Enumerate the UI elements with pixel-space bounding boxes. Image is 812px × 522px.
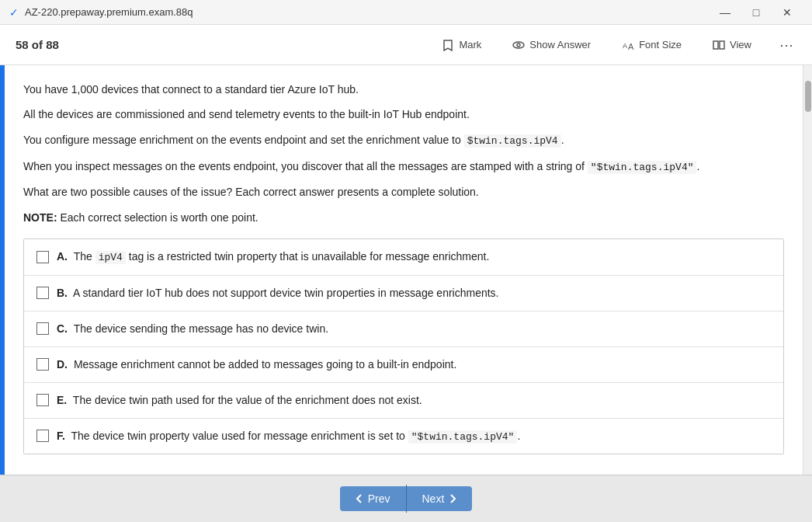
main-content: You have 1,000 devices that connect to a… xyxy=(5,65,803,475)
inline-code-2: "$twin.tags.ipV4" xyxy=(588,161,697,174)
font-size-button[interactable]: A A Font Size xyxy=(616,36,688,54)
question-para-2: All the devices are commissioned and sen… xyxy=(23,106,784,123)
content-wrapper: You have 1,000 devices that connect to a… xyxy=(0,65,812,475)
svg-point-0 xyxy=(513,42,524,48)
maximize-button[interactable]: □ xyxy=(741,0,772,25)
svg-rect-4 xyxy=(713,41,718,49)
checkbox-d[interactable] xyxy=(36,358,49,371)
toolbar-actions: Mark Show Answer A A Font Size View ⋯ xyxy=(435,33,796,57)
view-button[interactable]: View xyxy=(706,36,758,54)
question-para-3: You configure message enrichment on the … xyxy=(23,131,784,150)
close-button[interactable]: ✕ xyxy=(772,0,803,25)
font-size-icon: A A xyxy=(622,39,634,51)
window-controls: — □ ✕ xyxy=(710,0,803,25)
title-bar: ✓ AZ-220.prepaway.premium.exam.88q — □ ✕ xyxy=(0,0,812,25)
footer: Prev Next xyxy=(0,475,812,522)
option-a[interactable]: A. The ipV4 tag is a restricted twin pro… xyxy=(24,239,783,276)
scrollbar[interactable] xyxy=(803,65,812,475)
svg-rect-5 xyxy=(720,41,724,49)
toolbar: 58 of 88 Mark Show Answer A A Font Size xyxy=(0,25,812,65)
chevron-right-icon xyxy=(449,493,456,504)
ipv4-code: ipV4 xyxy=(95,251,126,264)
checkmark-icon: ✓ xyxy=(9,6,19,19)
next-button[interactable]: Next xyxy=(407,486,473,511)
mark-button[interactable]: Mark xyxy=(435,36,488,54)
options-container: A. The ipV4 tag is a restricted twin pro… xyxy=(23,238,784,454)
f-inline-code: "$twin.tags.ipV4" xyxy=(408,430,518,444)
minimize-button[interactable]: — xyxy=(710,0,741,25)
checkbox-f[interactable] xyxy=(36,430,49,442)
scroll-thumb[interactable] xyxy=(805,81,811,112)
next-label: Next xyxy=(422,492,445,505)
checkbox-a[interactable] xyxy=(36,251,49,263)
option-d-label: D. Message enrichment cannot be added to… xyxy=(57,357,456,373)
note-prefix: NOTE: xyxy=(23,211,57,224)
show-answer-button[interactable]: Show Answer xyxy=(506,36,597,54)
option-b-label: B. A standard tier IoT hub does not supp… xyxy=(57,285,499,301)
option-f-label: F. The device twin property value used f… xyxy=(57,428,520,445)
checkbox-c[interactable] xyxy=(36,322,49,335)
checkbox-b[interactable] xyxy=(36,287,49,299)
option-a-label: A. The ipV4 tag is a restricted twin pro… xyxy=(57,249,489,266)
svg-text:A: A xyxy=(623,42,627,50)
font-size-label: Font Size xyxy=(639,39,682,50)
prev-button[interactable]: Prev xyxy=(340,486,406,511)
svg-text:A: A xyxy=(628,42,634,51)
question-para-5: What are two possible causes of the issu… xyxy=(23,183,784,200)
option-f[interactable]: F. The device twin property value used f… xyxy=(24,419,783,454)
mark-label: Mark xyxy=(459,39,481,50)
question-note: NOTE: Each correct selection is worth on… xyxy=(23,209,784,226)
view-icon xyxy=(713,39,725,51)
option-c[interactable]: C. The device sending the message has no… xyxy=(24,311,783,347)
option-b[interactable]: B. A standard tier IoT hub does not supp… xyxy=(24,276,783,311)
option-e-label: E. The device twin path used for the val… xyxy=(57,392,422,409)
view-label: View xyxy=(730,39,751,50)
svg-point-1 xyxy=(517,44,520,47)
checkbox-e[interactable] xyxy=(36,394,49,406)
bookmark-icon xyxy=(442,39,454,51)
option-e[interactable]: E. The device twin path used for the val… xyxy=(24,383,783,419)
question-para-4: When you inspect messages on the events … xyxy=(23,158,784,176)
chevron-left-icon xyxy=(356,493,363,504)
prev-label: Prev xyxy=(368,492,390,505)
inline-code-1: $twin.tags.ipV4 xyxy=(464,134,561,148)
progress-indicator: 58 of 88 xyxy=(16,38,59,51)
show-answer-label: Show Answer xyxy=(529,39,591,50)
more-options-button[interactable]: ⋯ xyxy=(776,33,796,57)
title-bar-left: ✓ AZ-220.prepaway.premium.exam.88q xyxy=(9,6,193,19)
option-d[interactable]: D. Message enrichment cannot be added to… xyxy=(24,347,783,383)
question-para-1: You have 1,000 devices that connect to a… xyxy=(23,81,784,98)
window-title: AZ-220.prepaway.premium.exam.88q xyxy=(25,6,193,18)
option-c-label: C. The device sending the message has no… xyxy=(57,321,328,337)
eye-icon xyxy=(512,39,525,51)
